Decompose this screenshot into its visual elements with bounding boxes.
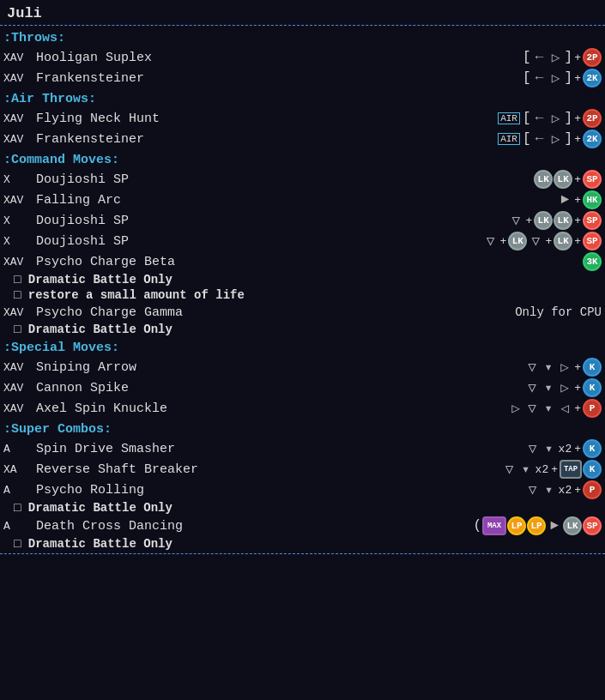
move-prefix: XAV (3, 402, 36, 415)
move-name: Doujioshi SP (36, 234, 483, 249)
move-prefix: XAV (3, 133, 36, 146)
btn-tap: TAP (560, 460, 582, 479)
arrow-downright-icon: ▾ (541, 380, 556, 395)
move-inputs: ▽ ▾ x2 + P (525, 480, 602, 499)
table-row: X Doujioshi SP ▽ + LK ▽ + LK + SP (0, 231, 605, 251)
table-row: XAV Hooligan Suplex [ ← ▷ ] + 2P (0, 47, 605, 68)
table-row: XAV Falling Arc ► + HK (0, 190, 605, 210)
arrow-downright-icon: ▾ (541, 401, 556, 416)
btn-lk: LK (534, 211, 553, 230)
btn-2p: 2P (583, 48, 602, 67)
arrow-right-icon: ► (547, 518, 562, 534)
move-name: Cannon Spike (36, 381, 524, 395)
btn-max: MAX (482, 516, 506, 535)
btn-lk: LK (508, 232, 527, 250)
table-row: XAV Cannon Spike ▽ ▾ ▷ + K (0, 377, 605, 398)
arrow-down-icon: ▽ (502, 462, 517, 477)
btn-2k: 2K (583, 130, 602, 148)
cpu-only-text: Only for CPU (515, 305, 602, 319)
move-inputs: ▽ ▾ x2 + TAP K (502, 460, 602, 479)
plus-icon: + (551, 463, 558, 476)
plus-icon: + (574, 133, 581, 146)
arrow-down-icon: ▽ (508, 213, 523, 228)
top-divider (0, 25, 605, 26)
arrow-right-icon: ▷ (548, 50, 564, 65)
note-dramatic-2: □ Dramatic Battle Only (0, 322, 605, 337)
move-prefix: XA (3, 463, 36, 476)
btn-k: K (583, 358, 602, 377)
arrow-downright-icon: ▾ (541, 359, 556, 375)
table-row: X Doujioshi SP LK LK + SP (0, 169, 605, 190)
note-dramatic: □ Dramatic Battle Only (0, 272, 605, 287)
btn-2p: 2P (583, 109, 602, 128)
table-row: XAV Sniping Arrow ▽ ▾ ▷ + K (0, 357, 605, 377)
btn-k: K (583, 460, 602, 479)
move-name: Doujioshi SP (36, 214, 508, 228)
air-tag: AIR (498, 133, 520, 145)
plus-icon: + (574, 484, 581, 497)
arrow-downright-icon: ▾ (541, 441, 557, 456)
arrow-down-outline-icon: ▽ (483, 233, 499, 249)
btn-lk-2: LK (554, 211, 572, 230)
arrow-down-icon: ▽ (525, 482, 541, 498)
move-inputs: ( MAX LP LP ► LK SP (473, 516, 602, 535)
move-prefix: XAV (3, 256, 36, 269)
plus-icon: + (500, 235, 507, 248)
x2-label: x2 (559, 484, 572, 497)
plus-icon: + (574, 112, 581, 125)
table-row: XAV Frankensteiner [ ← ▷ ] + 2K (0, 68, 605, 88)
section-super-combos: :Super Combos: (0, 419, 605, 438)
arrow-downright-icon: ▾ (518, 462, 534, 477)
move-inputs: ▽ ▾ ▷ + K (524, 378, 602, 397)
arrow-right-icon: ▷ (557, 359, 572, 375)
paren-open: ( (473, 518, 481, 534)
plus-icon: + (574, 51, 581, 64)
btn-hk: HK (583, 190, 602, 209)
move-inputs: [ ← ▷ ] + 2K (523, 69, 602, 88)
plus-icon: + (574, 173, 581, 186)
note-restore: □ restore a small amount of life (0, 287, 605, 303)
arrow-down-icon: ▽ (524, 380, 540, 395)
table-row: XAV Psycho Charge Gamma Only for CPU (0, 303, 605, 322)
btn-k-2: K (583, 378, 602, 397)
move-prefix: XAV (3, 72, 36, 85)
move-name: Doujioshi SP (36, 172, 534, 187)
plus-icon-2: + (545, 235, 552, 248)
move-name: Psycho Charge Gamma (36, 305, 501, 320)
move-name: Falling Arc (36, 193, 557, 208)
arrow-right-icon: ► (557, 192, 572, 208)
move-name: Frankensteiner (36, 71, 523, 86)
plus-icon: + (574, 72, 581, 85)
arrow-left-icon: ← (532, 111, 548, 126)
bracket-left: [ (523, 70, 531, 86)
move-inputs: ▷ ▽ ▾ ◁ + P (508, 399, 602, 418)
move-inputs: AIR [ ← ▷ ] + 2K (498, 130, 602, 148)
move-name: Death Cross Dancing (36, 519, 473, 534)
arrow-left-icon: ◁ (557, 401, 572, 416)
arrow-left-icon: ← (532, 50, 548, 65)
btn-sp: SP (583, 232, 602, 250)
move-inputs: Only for CPU (501, 305, 602, 319)
section-throws: :Throws: (0, 27, 605, 47)
move-inputs: ▽ + LK ▽ + LK + SP (483, 232, 602, 250)
arrow-down-icon-2: ▽ (528, 233, 543, 249)
bracket-left: [ (523, 50, 531, 65)
move-prefix: X (3, 173, 36, 186)
table-row: A Death Cross Dancing ( MAX LP LP ► LK S… (0, 516, 605, 536)
character-title: Juli (0, 3, 605, 23)
move-prefix: XAV (3, 112, 36, 125)
move-inputs: ► + HK (557, 190, 602, 209)
section-special-moves: :Special Moves: (0, 337, 605, 357)
x2-label: x2 (535, 463, 549, 476)
arrow-right-icon: ▷ (557, 380, 572, 395)
section-command-moves: :Command Moves: (0, 149, 605, 169)
bottom-divider (0, 553, 605, 554)
btn-lk: LK (563, 516, 582, 535)
table-row: X Doujioshi SP ▽ + LK LK + SP (0, 210, 605, 231)
move-name: Psycho Charge Beta (36, 255, 583, 269)
move-prefix: A (3, 443, 36, 456)
main-page: Juli :Throws: XAV Hooligan Suplex [ ← ▷ … (0, 0, 605, 700)
move-inputs: ▽ + LK LK + SP (508, 211, 602, 230)
move-prefix: A (3, 484, 36, 497)
move-prefix: X (3, 214, 36, 227)
